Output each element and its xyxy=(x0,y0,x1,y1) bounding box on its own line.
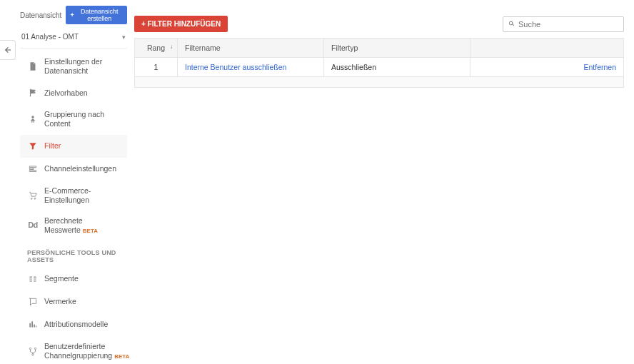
sidebar-item-goals[interactable]: Zielvorhaben xyxy=(20,81,127,104)
search-icon xyxy=(508,20,515,28)
remove-link[interactable]: Entfernen xyxy=(583,63,616,71)
sidebar-item-label: Attributionsmodelle xyxy=(44,320,123,329)
cell-type: Ausschließen xyxy=(324,58,471,77)
sidebar-item-label: Filter xyxy=(44,141,123,151)
toolbar: + FILTER HINZUFÜGEN xyxy=(134,16,624,32)
table-spacer xyxy=(135,77,624,88)
funnel-icon xyxy=(27,141,39,152)
sidebar-item-channel-settings[interactable]: Channeleinstellungen xyxy=(20,158,127,181)
sort-icon: ↓ xyxy=(170,44,173,50)
col-header-type[interactable]: Filtertyp xyxy=(324,39,471,58)
search-box[interactable] xyxy=(503,16,624,32)
sidebar-item-segments[interactable]: Segmente xyxy=(20,268,127,290)
note-icon xyxy=(27,296,39,308)
filter-link[interactable]: Interne Benutzer ausschließen xyxy=(185,63,286,71)
view-selector-value: 01 Analyse - OMT xyxy=(21,33,79,41)
create-view-label: Datenansicht erstellen xyxy=(76,8,123,22)
col-header-rank[interactable]: Rang↓ xyxy=(135,39,178,58)
sidebar-item-calculated-metrics[interactable]: Dd Berechnete MesswerteBETA xyxy=(20,211,127,241)
sidebar-item-label: Gruppierung nach Content xyxy=(44,110,123,128)
sidebar-item-label: Vermerke xyxy=(44,297,123,306)
table-header-row: Rang↓ Filtername Filtertyp xyxy=(135,39,624,58)
chevron-down-icon: ▾ xyxy=(122,34,126,41)
view-label: Datenansicht xyxy=(20,11,61,19)
plus-icon: + xyxy=(70,11,74,19)
add-filter-button[interactable]: + FILTER HINZUFÜGEN xyxy=(134,16,228,32)
channel-icon xyxy=(27,163,39,175)
view-selector[interactable]: 01 Analyse - OMT ▾ xyxy=(20,30,127,49)
cell-name: Interne Benutzer ausschließen xyxy=(178,58,324,77)
sidebar: Datenansicht +Datenansicht erstellen 01 … xyxy=(20,6,127,364)
sidebar-item-content-grouping[interactable]: Gruppierung nach Content xyxy=(20,104,127,134)
arrow-back-icon xyxy=(3,46,13,54)
sidebar-item-ecommerce[interactable]: E-Commerce-Einstellungen xyxy=(20,181,127,211)
sidebar-item-label: Berechnete MesswerteBETA xyxy=(44,216,123,235)
create-view-button[interactable]: +Datenansicht erstellen xyxy=(66,6,127,24)
cell-rank: 1 xyxy=(135,58,178,77)
filters-table: Rang↓ Filtername Filtertyp 1 Interne Ben… xyxy=(134,38,624,88)
person-icon xyxy=(27,113,39,125)
search-input[interactable] xyxy=(518,20,619,29)
sidebar-item-annotations[interactable]: Vermerke xyxy=(20,290,127,313)
cart-icon xyxy=(27,190,39,201)
collapse-handle[interactable] xyxy=(0,40,16,60)
table-row: 1 Interne Benutzer ausschließen Ausschli… xyxy=(135,58,624,77)
sidebar-item-label: Zielvorhaben xyxy=(44,89,123,98)
sidebar-item-label: Channeleinstellungen xyxy=(44,164,123,173)
sidebar-item-view-settings[interactable]: Einstellungen der Datenansicht xyxy=(20,51,127,81)
sidebar-section-label: PERSÖNLICHE TOOLS UND ASSETS xyxy=(20,241,127,268)
sidebar-item-label: Einstellungen der Datenansicht xyxy=(44,57,123,76)
sidebar-item-label: Benutzerdefinierte ChannelgruppierungBET… xyxy=(44,342,129,360)
bars-icon xyxy=(27,319,39,330)
sidebar-item-attribution[interactable]: Attributionsmodelle xyxy=(20,313,127,336)
cell-actions: Entfernen xyxy=(471,58,624,77)
sidebar-item-custom-channel[interactable]: Benutzerdefinierte ChannelgruppierungBET… xyxy=(20,336,127,364)
sidebar-item-label: E-Commerce-Einstellungen xyxy=(44,186,123,205)
col-header-name[interactable]: Filtername xyxy=(178,39,324,58)
sidebar-item-label: Segmente xyxy=(44,274,123,283)
main-area: + FILTER HINZUFÜGEN Rang↓ Filtername Fil… xyxy=(134,16,624,88)
branch-icon xyxy=(27,345,39,357)
document-icon xyxy=(27,61,39,72)
col-header-actions xyxy=(471,39,624,58)
segments-icon xyxy=(27,273,39,285)
sidebar-top-row: Datenansicht +Datenansicht erstellen xyxy=(20,6,127,24)
flag-icon xyxy=(27,87,39,98)
dd-icon: Dd xyxy=(27,220,39,231)
sidebar-item-filters[interactable]: Filter xyxy=(20,135,127,158)
